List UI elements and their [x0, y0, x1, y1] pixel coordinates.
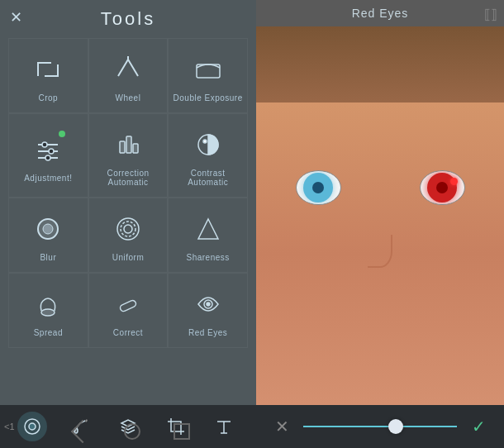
svg-rect-8	[120, 141, 125, 153]
tool-crop[interactable]: Crop	[8, 38, 88, 113]
red-eyes-icon	[188, 284, 229, 325]
correction-icon	[107, 124, 149, 165]
spread-icon	[27, 284, 69, 325]
svg-point-12	[203, 140, 207, 143]
slider-thumb[interactable]	[388, 419, 403, 434]
tool-spread[interactable]: Spread	[8, 273, 88, 348]
contrast-icon	[188, 124, 229, 165]
svg-point-22	[207, 303, 210, 306]
tool-shareness[interactable]: Shareness	[168, 198, 248, 273]
tool-adjustment[interactable]: Adjustment!	[8, 113, 88, 198]
tool-adjustment-label: Adjustment!	[24, 174, 72, 183]
adjustment-icon	[27, 129, 69, 170]
tool-blur[interactable]: Blur	[8, 198, 88, 273]
svg-point-6	[49, 149, 54, 154]
tool-correct-label: Correct	[113, 328, 143, 337]
tools-grid: Crop Wheel Double Exposure	[0, 38, 256, 348]
face-nose	[368, 235, 392, 268]
close-button[interactable]: ✕	[10, 8, 22, 26]
tool-wheel[interactable]: Wheel	[88, 38, 169, 113]
tool-uniform[interactable]: Uniform	[88, 198, 169, 273]
svg-point-19	[41, 309, 55, 316]
svg-point-14	[43, 224, 53, 234]
text-tool-button[interactable]	[209, 412, 239, 441]
svg-marker-18	[198, 219, 218, 239]
tool-crop-label: Crop	[38, 93, 58, 102]
tool-correction[interactable]: Correction Automatic	[88, 113, 169, 198]
shareness-icon	[188, 208, 229, 250]
svg-point-5	[42, 142, 47, 147]
tool-uniform-label: Uniform	[112, 253, 145, 262]
uniform-icon	[107, 208, 149, 250]
image-panel: Red Eyes	[256, 0, 504, 405]
photo-container[interactable]	[256, 26, 504, 405]
red-eyes-title: Red Eyes	[256, 0, 504, 26]
svg-point-16	[121, 222, 136, 236]
photo-face	[256, 26, 504, 405]
slider-area[interactable]	[303, 426, 457, 427]
tool-blur-label: Blur	[40, 253, 56, 262]
back-nav-icon[interactable]	[71, 420, 94, 443]
page-indicator: <1	[4, 405, 15, 448]
system-nav	[66, 423, 190, 440]
tool-correction-label: Correction Automatic	[93, 169, 164, 187]
double-exposure-icon	[188, 49, 229, 90]
cancel-button[interactable]: ✕	[269, 413, 295, 440]
svg-point-24	[29, 423, 36, 430]
blur-icon	[27, 208, 69, 250]
tool-double-exposure-label: Double Exposure	[174, 93, 243, 102]
tool-shareness-label: Shareness	[187, 253, 230, 262]
bottom-right-controls: ✕ ✓	[256, 405, 504, 448]
tools-panel: Tools Crop Wheel	[0, 0, 256, 405]
correct-icon	[107, 284, 149, 325]
wheel-icon	[107, 49, 149, 90]
home-nav-icon[interactable]	[124, 423, 140, 440]
tool-contrast-label: Contrast Automatic	[173, 169, 243, 187]
crop-icon	[27, 49, 69, 90]
face-eyes-row	[256, 170, 504, 205]
svg-point-7	[45, 155, 50, 160]
tool-red-eyes[interactable]: Red Eyes	[168, 273, 248, 348]
tool-wheel-label: Wheel	[116, 93, 141, 102]
bracket-icon[interactable]: ⟦⟧	[484, 7, 497, 22]
slider-track[interactable]	[303, 426, 457, 427]
confirm-button[interactable]: ✓	[465, 413, 492, 440]
tool-red-eyes-label: Red Eyes	[188, 328, 227, 337]
svg-rect-20	[119, 299, 137, 312]
tools-title: Tools	[101, 8, 155, 30]
tool-spread-label: Spread	[34, 328, 63, 337]
tool-double-exposure[interactable]: Double Exposure	[168, 38, 248, 113]
recent-nav-icon[interactable]	[174, 423, 190, 440]
svg-rect-9	[126, 136, 131, 153]
svg-point-17	[124, 225, 132, 233]
tool-correct[interactable]: Correct	[88, 273, 169, 348]
svg-rect-10	[133, 144, 138, 153]
paint-tool-button[interactable]	[17, 412, 47, 441]
tool-contrast[interactable]: Contrast Automatic	[168, 113, 248, 198]
